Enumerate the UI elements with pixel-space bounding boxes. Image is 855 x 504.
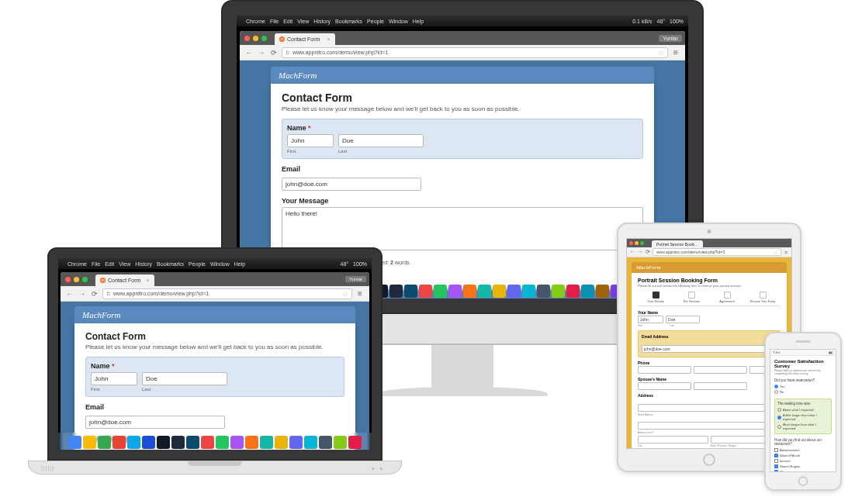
back-button[interactable]: ← (629, 247, 635, 257)
step-item[interactable]: Agreement (709, 292, 745, 303)
tab-close-icon[interactable]: × (146, 278, 149, 283)
reload-button[interactable]: ⟳ (90, 289, 99, 299)
forward-button[interactable]: → (78, 289, 87, 299)
home-button[interactable] (798, 476, 808, 486)
address-bar[interactable]: www.appnitro.com/demo/view.php?id=3 ☆ (652, 248, 781, 256)
email-input[interactable] (642, 345, 777, 353)
back-button[interactable]: ← (244, 48, 254, 57)
menubar-item[interactable]: View (119, 261, 130, 267)
close-icon[interactable] (65, 277, 71, 282)
city-input[interactable] (638, 436, 708, 444)
step-item[interactable]: Your Details (638, 292, 673, 303)
minimize-icon[interactable] (635, 241, 639, 245)
dock-app-icon[interactable] (289, 436, 303, 449)
address-bar[interactable]: 🗋 www.appnitro.com/demo/view.php?id=1 ☆ (282, 47, 668, 58)
step-item[interactable]: Review Your Entry (745, 292, 781, 303)
dock-app-icon[interactable] (522, 285, 535, 298)
reload-button[interactable]: ⟳ (269, 48, 279, 57)
menubar-item[interactable]: Edit (283, 19, 292, 24)
chrome-menu-icon[interactable]: ≡ (355, 289, 365, 298)
dock-app-icon[interactable] (201, 436, 214, 449)
menubar-item[interactable]: People (189, 261, 206, 267)
reload-button[interactable]: ⟳ (645, 247, 651, 257)
menubar-item[interactable]: View (297, 19, 309, 24)
close-icon[interactable] (629, 241, 633, 245)
dock-app-icon[interactable] (434, 285, 447, 298)
dock-app-icon[interactable] (304, 436, 317, 449)
checkbox-option[interactable]: Other (774, 469, 832, 472)
chrome-tabbar[interactable]: m Contact Form × Yuniar (240, 31, 685, 45)
dock-app-icon[interactable] (186, 436, 199, 449)
dock-app-icon[interactable] (552, 285, 565, 298)
menubar-item[interactable]: People (367, 19, 384, 24)
window-controls[interactable] (244, 36, 267, 41)
checkbox-option[interactable]: Internet (774, 458, 832, 464)
chrome-profile[interactable]: Yuniar (345, 276, 366, 282)
dock-app-icon[interactable] (230, 436, 244, 449)
window-controls[interactable] (629, 241, 644, 245)
bookmark-icon[interactable]: ☆ (774, 250, 777, 255)
radio-option[interactable]: About what I expected (777, 407, 829, 413)
macos-menubar[interactable]: Chrome File Edit View History Bookmarks … (237, 16, 688, 26)
dock-app-icon[interactable] (493, 285, 506, 298)
menubar-item[interactable]: Help (413, 19, 424, 24)
menubar-item[interactable]: Edit (105, 261, 114, 267)
dock-app-icon[interactable] (216, 436, 229, 449)
first-name-input[interactable] (91, 372, 137, 385)
address-bar[interactable]: 🗋 www.appnitro.com/demo/view.php?id=1 ☆ (102, 288, 352, 299)
first-name-input[interactable] (287, 134, 334, 147)
first-name-input[interactable] (638, 316, 663, 323)
minimize-icon[interactable] (74, 277, 79, 282)
menubar-item[interactable]: Help (234, 261, 245, 267)
dock-app-icon[interactable] (348, 436, 362, 449)
dock-app-icon[interactable] (83, 436, 96, 449)
chrome-menu-icon[interactable]: ≡ (783, 250, 789, 255)
back-button[interactable]: ← (65, 289, 74, 299)
radio-option[interactable]: Much longer than what I expected (777, 422, 829, 431)
dock-app-icon[interactable] (260, 436, 273, 449)
email-input[interactable] (282, 178, 421, 191)
home-button[interactable] (703, 454, 715, 466)
spouse-first-input[interactable] (638, 382, 691, 390)
bookmark-icon[interactable]: ☆ (658, 49, 664, 57)
dock-app-icon[interactable] (566, 285, 580, 298)
dock-app-icon[interactable] (319, 436, 332, 449)
bookmark-icon[interactable]: ☆ (342, 290, 348, 298)
browser-tab[interactable]: Portrait Session Booki… (652, 240, 703, 247)
dock-app-icon[interactable] (245, 436, 258, 449)
step-item[interactable]: The Session (673, 292, 709, 303)
chrome-tabbar[interactable]: m Contact Form × Yuniar (61, 272, 369, 286)
macos-dock[interactable] (58, 433, 372, 450)
email-input[interactable] (85, 416, 225, 429)
dock-app-icon[interactable] (463, 285, 476, 298)
close-icon[interactable] (244, 36, 250, 41)
last-name-input[interactable] (142, 372, 227, 385)
page-info-icon[interactable]: 🗋 (106, 292, 111, 296)
dock-app-icon[interactable] (275, 436, 288, 449)
street-input[interactable] (638, 404, 781, 412)
menubar-item[interactable]: History (135, 261, 152, 267)
minimize-icon[interactable] (253, 36, 258, 41)
last-name-input[interactable] (338, 134, 424, 147)
dock-app-icon[interactable] (581, 285, 594, 298)
menubar-item[interactable]: File (270, 19, 279, 24)
menubar-item[interactable]: File (92, 261, 100, 267)
forward-button[interactable]: → (637, 247, 643, 257)
chrome-tabbar[interactable]: Portrait Session Booki… (627, 239, 791, 247)
radio-option[interactable]: A little longer than what I expected (777, 413, 829, 422)
menubar-item[interactable]: Window (210, 261, 230, 267)
street2-input[interactable] (638, 422, 781, 430)
dock-app-icon[interactable] (537, 285, 550, 298)
dock-app-icon[interactable] (448, 285, 462, 298)
dock-app-icon[interactable] (478, 285, 491, 298)
tab-close-icon[interactable]: × (327, 36, 330, 42)
menubar-app[interactable]: Chrome (246, 19, 265, 24)
checkbox-option[interactable]: Word of Mouth (774, 453, 832, 458)
menubar-app[interactable]: Chrome (68, 261, 87, 267)
dock-app-icon[interactable] (419, 285, 432, 298)
message-textarea[interactable]: Hello there! (282, 207, 643, 250)
forward-button[interactable]: → (257, 48, 266, 57)
radio-option[interactable]: Yes (774, 384, 832, 389)
radio-option[interactable]: No (774, 389, 832, 395)
phone-input[interactable] (638, 366, 691, 374)
